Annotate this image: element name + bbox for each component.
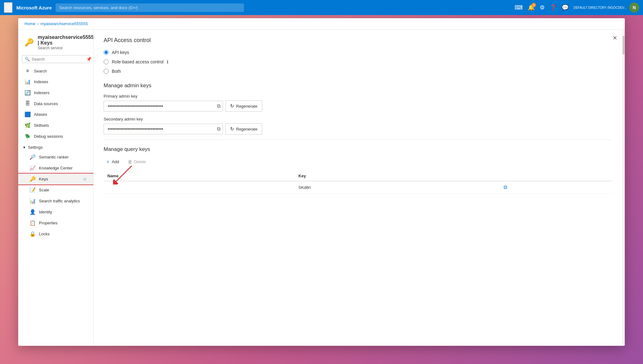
- data-sources-nav-icon: 🗄: [24, 101, 31, 106]
- breadcrumb-sep: ›: [37, 21, 39, 26]
- primary-key-label: Primary admin key: [104, 94, 612, 99]
- close-button[interactable]: ✕: [613, 35, 617, 41]
- radio-both-label: Both: [112, 69, 121, 74]
- main-window: Home › myaisearchservice555555 🔑 myaisea…: [18, 18, 625, 346]
- radio-api-keys-label: API keys: [112, 50, 129, 55]
- sidebar-item-locks[interactable]: 🔒 Locks: [18, 228, 93, 239]
- sidebar-item-indexes[interactable]: 📊 Indexes: [18, 76, 93, 87]
- add-label: Add: [112, 159, 119, 164]
- locks-icon: 🔒: [30, 231, 36, 237]
- api-access-radio-group: API keys Role-based access control ℹ Bot…: [104, 50, 612, 74]
- row-name-cell: [104, 181, 295, 194]
- sidebar-item-debug-sessions[interactable]: 🪲 Debug sessions: [18, 131, 93, 142]
- radio-api-keys-input[interactable]: [104, 50, 109, 55]
- sidebar-item-indexers[interactable]: 🔄 Indexers: [18, 87, 93, 98]
- sidebar-item-scale-label: Scale: [39, 188, 49, 192]
- primary-regen-label: Regenerate: [236, 104, 257, 109]
- sidebar-item-aliases[interactable]: 🟦 Aliases: [18, 109, 93, 120]
- primary-key-copy-btn[interactable]: ⧉: [217, 103, 220, 109]
- sidebar-item-properties-label: Properties: [39, 221, 57, 225]
- scrollbar[interactable]: [622, 29, 625, 346]
- sidebar-pin-icon[interactable]: 📌: [86, 57, 92, 62]
- search-traffic-icon: 📊: [30, 198, 36, 204]
- sidebar-item-knowledge-center[interactable]: 📈 Knowledge Center: [18, 163, 93, 174]
- keys-icon: 🔑: [30, 176, 36, 182]
- radio-both-input[interactable]: [104, 69, 109, 74]
- sidebar-item-data-sources-label: Data sources: [34, 101, 58, 106]
- delete-query-key-btn[interactable]: 🗑 Delete: [126, 158, 148, 166]
- feedback-icon[interactable]: 💬: [560, 3, 570, 12]
- sidebar-search-input[interactable]: [32, 57, 84, 62]
- manage-admin-keys-title: Manage admin keys: [104, 83, 612, 89]
- secondary-key-copy-btn[interactable]: ⧉: [217, 126, 220, 132]
- debug-sessions-nav-icon: 🪲: [24, 133, 31, 139]
- add-query-key-btn[interactable]: ＋ Add: [104, 158, 121, 166]
- api-access-control-title: API Access control: [104, 37, 612, 44]
- sidebar-item-keys[interactable]: 🔑 Keys ☆: [18, 174, 93, 185]
- search-nav-icon: ≡: [24, 68, 31, 74]
- sidebar-item-search-traffic-label: Search traffic analytics: [39, 199, 80, 203]
- sidebar-search-container: 🔍 📌 «: [22, 55, 89, 63]
- sidebar-service-title: myaisearchservice555555 | Keys: [38, 35, 94, 46]
- sidebar-item-search-traffic[interactable]: 📊 Search traffic analytics: [18, 195, 93, 206]
- breadcrumb-service[interactable]: myaisearchservice555555: [41, 21, 88, 26]
- sidebar-item-identity[interactable]: 👤 Identity: [18, 206, 93, 217]
- hamburger-menu[interactable]: ☰: [4, 2, 13, 13]
- settings-chevron-icon: ▾: [23, 145, 25, 150]
- sidebar-item-skillsets[interactable]: 🌿 Skillsets: [18, 120, 93, 131]
- radio-api-keys[interactable]: API keys: [104, 50, 612, 55]
- user-avatar[interactable]: N: [629, 3, 639, 13]
- settings-icon[interactable]: ⚙: [538, 3, 546, 12]
- sidebar-item-search-label: Search: [34, 69, 47, 73]
- sidebar-item-debug-sessions-label: Debug sessions: [34, 134, 63, 139]
- col-copy-header: [500, 171, 612, 181]
- content-area: 🔑 myaisearchservice555555 | Keys Search …: [18, 29, 625, 346]
- notification-count: 8: [532, 3, 536, 7]
- sidebar-item-identity-label: Identity: [39, 210, 52, 214]
- sidebar-item-skillsets-label: Skillsets: [34, 123, 49, 128]
- row-copy-btn[interactable]: ⧉: [504, 185, 507, 190]
- skillsets-nav-icon: 🌿: [24, 122, 31, 128]
- sidebar-search-icon: 🔍: [25, 57, 30, 62]
- radio-role-based[interactable]: Role-based access control ℹ: [104, 59, 612, 64]
- terminal-icon[interactable]: ⌨: [513, 3, 524, 12]
- notification-bell[interactable]: 🔔 8: [527, 3, 536, 12]
- secondary-key-field: ⧉: [104, 124, 223, 134]
- sidebar-item-search[interactable]: ≡ Search: [18, 66, 93, 76]
- query-keys-table: Name Key SKd8r\ ⧉: [104, 171, 612, 194]
- add-icon: ＋: [105, 159, 110, 165]
- indexers-nav-icon: 🔄: [24, 90, 31, 96]
- service-key-icon: 🔑: [24, 38, 34, 47]
- delete-label: Delete: [134, 159, 146, 164]
- primary-key-regenerate-btn[interactable]: ↻ Regenerate: [225, 100, 262, 112]
- breadcrumb-home[interactable]: Home: [24, 21, 35, 26]
- help-icon[interactable]: ❓: [548, 3, 558, 12]
- primary-key-input[interactable]: [104, 101, 223, 111]
- manage-query-keys-title: Manage query keys: [104, 146, 612, 153]
- breadcrumb: Home › myaisearchservice555555: [18, 18, 625, 29]
- main-content: ✕ API Access control API keys Role-based…: [94, 29, 622, 346]
- secondary-key-regenerate-btn[interactable]: ↻ Regenerate: [225, 123, 262, 135]
- section-divider: [104, 140, 612, 140]
- sidebar-item-data-sources[interactable]: 🗄 Data sources: [18, 98, 93, 109]
- sidebar: 🔑 myaisearchservice555555 | Keys Search …: [18, 29, 94, 346]
- global-search-input[interactable]: [56, 3, 244, 12]
- role-based-info-icon[interactable]: ℹ: [167, 59, 168, 64]
- sidebar-item-properties[interactable]: 📋 Properties: [18, 217, 93, 228]
- sidebar-service-subtitle: Search service: [38, 46, 94, 50]
- sidebar-item-semantic-ranker[interactable]: 🔎 Semantic ranker: [18, 152, 93, 163]
- sidebar-title-block: myaisearchservice555555 | Keys Search se…: [38, 35, 94, 50]
- sidebar-item-semantic-ranker-label: Semantic ranker: [39, 155, 69, 159]
- sidebar-item-scale[interactable]: 📝 Scale: [18, 185, 93, 195]
- indexes-nav-icon: 📊: [24, 79, 31, 85]
- radio-both[interactable]: Both: [104, 69, 612, 74]
- sidebar-item-aliases-label: Aliases: [34, 112, 47, 117]
- settings-section-label: Settings: [28, 145, 43, 150]
- secondary-key-row: ⧉ ↻ Regenerate: [104, 123, 612, 135]
- radio-role-based-input[interactable]: [104, 59, 109, 64]
- settings-section-header[interactable]: ▾ Settings: [18, 142, 93, 152]
- primary-key-row: ⧉ ↻ Regenerate: [104, 100, 612, 112]
- secondary-regen-label: Regenerate: [236, 127, 257, 131]
- row-copy-cell: ⧉: [500, 181, 612, 194]
- secondary-key-input[interactable]: [104, 124, 223, 134]
